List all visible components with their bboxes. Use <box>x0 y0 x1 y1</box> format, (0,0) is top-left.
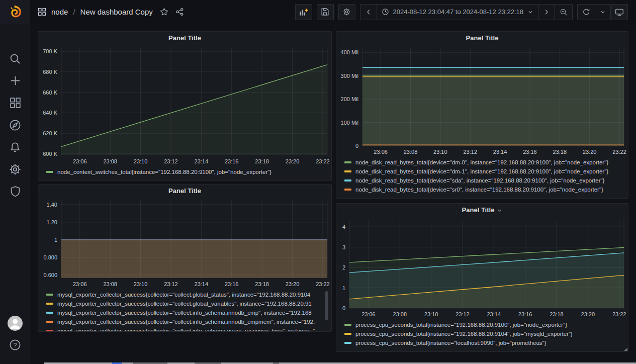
legend-item[interactable]: mysql_exporter_collector_success{collect… <box>46 290 326 299</box>
breadcrumb-section[interactable]: node <box>51 8 68 16</box>
svg-text:2: 2 <box>342 264 345 270</box>
legend-scrollbar[interactable] <box>325 291 328 320</box>
dashboard-title[interactable]: New dashboard Copy <box>80 8 153 16</box>
svg-text:23:12: 23:12 <box>164 281 178 287</box>
legend-label: node_disk_read_bytes_total{device="sda",… <box>355 177 604 184</box>
legend-item[interactable]: mysql_exporter_collector_success{collect… <box>46 299 326 308</box>
svg-text:1.40: 1.40 <box>47 202 57 208</box>
star-icon[interactable] <box>160 8 168 16</box>
legend-label: mysql_exporter_collector_success{collect… <box>57 310 312 316</box>
legend-item[interactable]: node_disk_read_bytes_total{device="sr0",… <box>344 185 623 194</box>
help-icon[interactable]: ? <box>0 339 30 351</box>
svg-text:100 Mil: 100 Mil <box>341 120 358 126</box>
time-range-forward-button[interactable] <box>538 5 555 20</box>
legend-item[interactable]: process_cpu_seconds_total{instance="loca… <box>344 338 623 347</box>
legend-item[interactable]: node_disk_read_bytes_total{device="dm-1"… <box>344 167 623 176</box>
share-icon[interactable] <box>175 8 184 16</box>
chevron-down-icon <box>527 9 533 15</box>
svg-text:0: 0 <box>355 143 358 149</box>
dashboards-grid-icon[interactable] <box>0 97 30 109</box>
legend-item[interactable]: node_disk_read_bytes_total{device="sda",… <box>344 176 623 185</box>
panel-node-disk-read-bytes: Panel Title 0100 Mil200 Mil300 Mil400 Mi… <box>336 31 628 199</box>
plus-accent <box>305 9 308 12</box>
svg-text:200 Mil: 200 Mil <box>341 96 358 102</box>
legend: node_disk_read_bytes_total{device="dm-0"… <box>336 157 628 198</box>
legend-swatch <box>46 312 53 314</box>
refresh-interval-dropdown[interactable] <box>595 5 610 20</box>
time-range-picker[interactable]: 2024-08-12 23:04:47 to 2024-08-12 23:22:… <box>377 5 538 20</box>
alerting-bell-icon[interactable] <box>0 141 30 153</box>
grafana-logo[interactable] <box>0 0 30 24</box>
configuration-gear-icon[interactable] <box>0 163 30 175</box>
legend-item[interactable]: mysql_exporter_collector_success{collect… <box>46 326 326 331</box>
svg-text:23:14: 23:14 <box>195 158 209 164</box>
svg-text:23:06: 23:06 <box>73 158 87 164</box>
legend-swatch <box>344 179 351 181</box>
legend-item[interactable]: mysql_exporter_collector_success{collect… <box>46 317 326 326</box>
time-range-controls: 2024-08-12 23:04:47 to 2024-08-12 23:22:… <box>360 4 573 20</box>
panel-title[interactable]: Panel Title <box>38 32 331 45</box>
chevron-down-icon <box>497 208 502 213</box>
svg-text:23:10: 23:10 <box>424 311 438 317</box>
panel-resize-handle[interactable]: ◢ <box>624 347 627 351</box>
legend-swatch <box>344 342 351 344</box>
legend-item[interactable]: process_cpu_seconds_total{instance="192.… <box>344 320 623 329</box>
dashboard-settings-button[interactable] <box>338 4 355 20</box>
svg-text:23:06: 23:06 <box>73 281 87 287</box>
search-icon[interactable] <box>0 53 30 65</box>
time-range-back-button[interactable] <box>360 5 377 20</box>
time-series-chart[interactable]: 0.6000.80011.201.4023:0623:0823:1023:122… <box>38 198 331 289</box>
svg-text:23:20: 23:20 <box>581 311 595 317</box>
legend: mysql_exporter_collector_success{collect… <box>38 289 331 331</box>
legend-label: mysql_exporter_collector_success{collect… <box>57 319 315 325</box>
svg-text:23:22: 23:22 <box>612 149 626 155</box>
cycle-view-mode-button[interactable] <box>611 4 628 20</box>
svg-text:23:06: 23:06 <box>361 311 376 317</box>
legend-swatch <box>344 161 351 163</box>
clock-icon <box>382 8 389 16</box>
time-series-chart[interactable]: 0123423:0623:0823:1023:1223:1423:1623:18… <box>336 217 628 319</box>
svg-text:23:08: 23:08 <box>103 281 117 287</box>
time-series-chart[interactable]: 600 K620 K640 K660 K680 K700 K23:0623:08… <box>38 45 331 166</box>
legend: node_context_switches_total{instance="19… <box>38 166 331 180</box>
svg-text:23:18: 23:18 <box>255 281 269 287</box>
add-panel-button[interactable] <box>295 4 312 20</box>
panel-title[interactable]: Panel Title <box>336 32 628 45</box>
legend-swatch <box>344 189 351 191</box>
legend-label: node_disk_read_bytes_total{device="sr0",… <box>355 187 603 193</box>
svg-text:0: 0 <box>342 305 345 311</box>
create-plus-icon[interactable] <box>0 75 30 86</box>
user-avatar[interactable] <box>0 316 30 331</box>
legend-item[interactable]: mysql_exporter_collector_success{collect… <box>46 308 326 317</box>
save-dashboard-button[interactable] <box>317 4 334 20</box>
explore-compass-icon[interactable] <box>0 119 30 131</box>
header-toolbar: node / New dashboard Copy 2024-08-12 23:… <box>30 0 636 24</box>
svg-text:23:10: 23:10 <box>134 281 148 287</box>
legend-item[interactable]: process_cpu_seconds_total{instance="192.… <box>344 329 623 338</box>
panel-process-cpu-seconds: Panel Title 0123423:0623:0823:1023:1223:… <box>336 203 628 352</box>
legend-swatch <box>344 170 351 172</box>
legend-swatch <box>344 333 351 335</box>
svg-text:23:14: 23:14 <box>195 281 209 287</box>
zoom-out-button[interactable] <box>555 5 572 20</box>
svg-text:400 Mil: 400 Mil <box>341 49 358 55</box>
svg-text:1.20: 1.20 <box>47 219 57 225</box>
svg-text:23:12: 23:12 <box>456 311 470 317</box>
panel-title[interactable]: Panel Title <box>38 185 331 198</box>
legend-label: node_context_switches_total{instance="19… <box>57 169 271 175</box>
legend-label: mysql_exporter_collector_success{collect… <box>57 328 315 331</box>
server-admin-shield-icon[interactable] <box>0 186 30 197</box>
legend-item[interactable]: node_disk_read_bytes_total{device="dm-0"… <box>344 158 623 167</box>
apps-grid-icon[interactable] <box>38 8 46 16</box>
time-series-chart[interactable]: 0100 Mil200 Mil300 Mil400 Mil23:0623:082… <box>336 45 628 157</box>
legend-label: node_disk_read_bytes_total{device="dm-1"… <box>355 168 608 174</box>
svg-text:23:16: 23:16 <box>225 281 239 287</box>
refresh-button[interactable] <box>578 5 595 20</box>
refresh-controls <box>577 4 611 20</box>
svg-text:3: 3 <box>342 244 345 250</box>
legend-item[interactable]: node_context_switches_total{instance="19… <box>46 167 326 176</box>
svg-text:600 K: 600 K <box>43 151 57 157</box>
svg-text:23:16: 23:16 <box>225 158 239 164</box>
legend-swatch <box>46 321 53 323</box>
panel-title-with-menu[interactable]: Panel Title <box>336 204 628 217</box>
